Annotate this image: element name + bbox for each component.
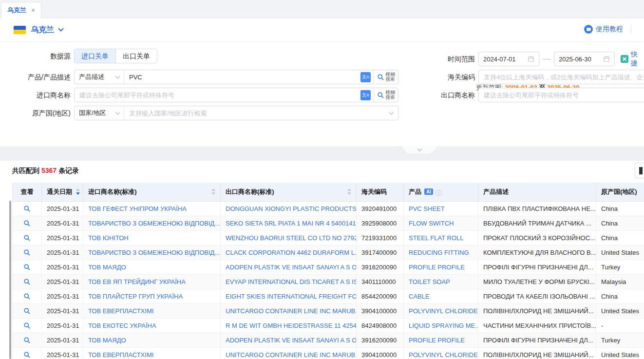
view-cell[interactable] — [13, 245, 42, 260]
exporter-link[interactable]: SEKO SIETA SRL PIATA 1 MAI NR 4 5400141 … — [221, 216, 357, 230]
importer-link[interactable]: ТОВ ЕВ ЯП ТРЕЙДИНГ УКРАЇНА — [83, 274, 221, 289]
exporter-link[interactable]: UNITCARGO CONTAINER LINE INC MARUB... — [221, 303, 357, 318]
description-cell: ПРОКАТ ПЛОСКИЙ З КОРОЗІЙНОС... — [478, 230, 596, 245]
quick-select-button[interactable]: 快捷 — [621, 50, 644, 68]
description-cell: ПЛІВКА ПВХ ПЛАСТИФІКОВАНА НЕ... — [478, 201, 596, 216]
view-search-icon[interactable] — [23, 322, 31, 329]
view-cell[interactable] — [13, 318, 42, 333]
product-link[interactable]: STEEL FLAT ROLL — [404, 230, 478, 245]
exporter-link[interactable]: EIGHT SKIES INTERNATIONAL FREIGHT FOR... — [221, 289, 357, 303]
view-search-icon[interactable] — [23, 220, 31, 227]
country-title[interactable]: 乌克兰 — [31, 25, 54, 35]
importer-link[interactable]: ТОВ МАЯДО — [83, 333, 221, 347]
product-link[interactable]: PROFILE PROFILE — [404, 333, 478, 347]
importer-link[interactable]: ТОВАРИСТВО З ОБМЕЖЕНОЮ ВІДПОВІД... — [83, 245, 221, 260]
view-search-icon[interactable] — [23, 293, 31, 300]
product-link[interactable]: REDUCING FITTING — [404, 245, 478, 260]
exporter-link[interactable]: DONGGUAN XIONGYI PLASTIC PRODUCTS ... — [221, 201, 357, 216]
tab-import-records[interactable]: 进口关单 — [75, 49, 115, 63]
table-settings-button[interactable] — [635, 163, 644, 178]
product-type-select[interactable]: 产品描述 — [75, 70, 124, 84]
product-link[interactable]: POLYVINYL CHLORIDE — [404, 347, 478, 359]
importer-link[interactable]: ТОВ МАЯДО — [83, 260, 221, 274]
column-header-2[interactable]: 进口商名称(标准) — [83, 183, 221, 201]
importer-link[interactable]: ТОВ ПЛАЙСТЕР ГРУП УКРАЇНА — [83, 289, 221, 303]
view-cell[interactable] — [13, 347, 42, 359]
sort-icon[interactable] — [347, 189, 351, 195]
exporter-link[interactable]: EVYAP INTERNATIONAL DIS TICARET A S IS..… — [221, 274, 357, 289]
product-link[interactable]: PROFILE PROFILE — [404, 260, 478, 274]
view-cell[interactable] — [13, 260, 42, 274]
column-header-3[interactable]: 出口商名称(标准) — [221, 183, 357, 201]
view-search-icon[interactable] — [23, 234, 31, 242]
view-search-icon[interactable] — [23, 337, 31, 344]
exporter-name-label: 出口商名称 — [411, 88, 475, 102]
importer-link[interactable]: ТОВ ЮНІТОН — [83, 230, 221, 245]
view-cell[interactable] — [13, 201, 42, 216]
column-header-0: 查看 — [13, 183, 42, 201]
match-count: 5367 — [41, 167, 57, 174]
exporter-link[interactable]: CLACK CORPORATION 4462 DURAFORM L... — [221, 245, 357, 260]
importer-link[interactable]: ТОВАРИСТВО З ОБМЕЖЕНОЮ ВІДПОВІД... — [83, 216, 221, 230]
exporter-name-group — [478, 88, 644, 102]
tab-ukraine[interactable]: 乌克兰 × — [1, 2, 41, 18]
translate-icon[interactable]: 文A — [360, 72, 371, 82]
panel-gap — [0, 146, 644, 161]
exporter-link[interactable]: UNITCARGO CONTAINER LINE INC MARUB... — [221, 347, 357, 359]
close-icon[interactable]: × — [31, 7, 35, 14]
product-search-input[interactable] — [124, 70, 360, 84]
exporter-name-input[interactable] — [479, 88, 644, 102]
view-search-icon[interactable] — [23, 307, 31, 315]
origin-cell: China — [596, 216, 644, 230]
start-date-value: 2024-07-01 — [483, 56, 516, 63]
tab-export-records[interactable]: 出口关单 — [115, 49, 157, 63]
product-link[interactable]: FLOW SWITCH — [404, 216, 478, 230]
column-header-1[interactable]: 通关日期 — [42, 183, 83, 201]
tutorial-link[interactable]: 使用教程 — [584, 25, 631, 34]
importer-name-input[interactable] — [75, 88, 360, 102]
origin-country-input[interactable] — [124, 106, 390, 120]
importer-link[interactable]: ТОВ ЕВЕРПЛАСТХІМІ — [83, 303, 221, 318]
importer-link[interactable]: ТОВ ЕВЕРПЛАСТХІМІ — [83, 347, 221, 359]
hs-code-cell: 3920491000 — [357, 201, 404, 216]
product-link[interactable]: POLYVINYL CHLORIDE — [404, 303, 478, 318]
info-icon[interactable]: i — [436, 190, 442, 196]
sort-icon[interactable] — [76, 189, 80, 195]
origin-cell: China — [596, 289, 644, 303]
view-search-icon[interactable] — [23, 264, 31, 271]
country-header: 乌克兰 使用教程 — [0, 18, 644, 42]
view-search-icon[interactable] — [23, 351, 31, 359]
view-search-icon[interactable] — [23, 249, 31, 256]
exporter-link[interactable]: WENZHOU BAORUI STEEL CO LTD NO 2792... — [221, 230, 357, 245]
product-link[interactable]: TOILET SOAP — [404, 274, 478, 289]
view-cell[interactable] — [13, 289, 42, 303]
origin-cell: United States — [596, 347, 644, 359]
product-link[interactable]: CABLE — [404, 289, 478, 303]
importer-link[interactable]: ТОВ ЕКОТЕС УКРАЇНА — [83, 318, 221, 333]
view-cell[interactable] — [13, 216, 42, 230]
fuzzy-search-button[interactable]: 模糊搜索 — [374, 70, 398, 84]
fixed-column-shadow[interactable] — [9, 201, 11, 359]
product-link[interactable]: PVC SHEET — [404, 201, 478, 216]
origin-type-select[interactable]: 国家/地区 — [75, 106, 124, 120]
exporter-link[interactable]: R M DE WIT GMBH HEIDESTRASSE 11 4254... — [221, 318, 357, 333]
view-cell[interactable] — [13, 230, 42, 245]
table-row: 2025-01-31ТОВ ЕВЕРПЛАСТХІМІUNITCARGO CON… — [13, 303, 644, 318]
view-cell[interactable] — [13, 333, 42, 347]
view-cell[interactable] — [13, 274, 42, 289]
fuzzy-search-button[interactable]: 模糊搜索 — [374, 88, 398, 102]
translate-icon[interactable]: 文A — [360, 90, 371, 100]
view-cell[interactable] — [13, 303, 42, 318]
chevron-down-icon[interactable] — [58, 26, 63, 31]
exporter-link[interactable]: ADOPEN PLASTIK VE INSAAT SANAYI A S O... — [221, 333, 357, 347]
view-search-icon[interactable] — [23, 205, 31, 212]
sort-icon[interactable] — [211, 189, 215, 195]
importer-link[interactable]: ТОВ ГЕФЕСТ УНІПРОМ УКРАЇНА — [83, 201, 221, 216]
hs-code-input[interactable] — [479, 70, 644, 84]
time-range-label: 时间范围 — [411, 52, 475, 66]
end-date-input[interactable]: 2025-06-30 — [554, 52, 615, 66]
product-link[interactable]: LIQUID SPRAYING ME... — [404, 318, 478, 333]
start-date-input[interactable]: 2024-07-01 — [478, 52, 539, 66]
view-search-icon[interactable] — [23, 278, 31, 285]
exporter-link[interactable]: ADOPEN PLASTIK VE INSAAT SANAYI A S O... — [221, 260, 357, 274]
